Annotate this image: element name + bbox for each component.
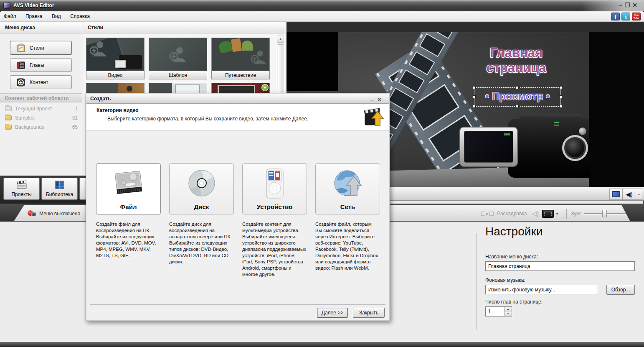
style-thumb-label: Видео xyxy=(86,71,144,79)
disc-menu-panel: Меню диска Стили Главы Контент Контент р… xyxy=(0,22,82,176)
style-thumb-partial[interactable] xyxy=(149,83,207,94)
audio-mix-icon[interactable]: ◁) xyxy=(532,210,539,217)
content-button-label: Контент xyxy=(30,79,48,85)
storyboard-label: Раскадровка xyxy=(497,211,527,217)
tab-projects-label: Проекты xyxy=(4,191,39,197)
fullscreen-button[interactable] xyxy=(609,189,623,200)
selection-handle[interactable] xyxy=(516,105,519,108)
title-bar: AVS Video Editor –❐✕ xyxy=(0,0,644,11)
category-card-file[interactable]: Файл xyxy=(96,163,161,214)
category-label: Диск xyxy=(170,203,233,210)
category-description-file: Создайте файл для воспроизведения на ПК.… xyxy=(96,221,160,259)
stepper-up-button[interactable]: ▲ xyxy=(505,307,512,311)
style-thumb-travel[interactable]: Путешествие xyxy=(211,38,270,79)
clapperboard-icon xyxy=(16,180,27,189)
category-card-device[interactable]: Устройство xyxy=(242,163,307,214)
download-badge-icon: ▾ xyxy=(261,84,269,91)
toolbar-divider xyxy=(566,209,567,219)
list-item-samples[interactable]: Samples 31 xyxy=(0,113,82,122)
maximize-button[interactable]: ❐ xyxy=(625,2,633,8)
menu-bar: Файл Правка Вид Справка f t YouTube xyxy=(0,12,644,22)
youtube-text-2: Tube xyxy=(634,17,639,19)
browse-button[interactable]: Обзор... xyxy=(606,285,635,295)
person-placeholder-icon xyxy=(169,46,188,65)
menu-view[interactable]: Вид xyxy=(48,12,65,19)
selection-handle[interactable] xyxy=(559,86,562,89)
styles-button-label: Стили xyxy=(30,45,44,51)
create-dialog: Создать –✕ Категории видео Выберите кате… xyxy=(86,93,390,321)
hard-drive-icon xyxy=(109,168,148,198)
style-thumb-template[interactable]: Шаблон xyxy=(149,38,207,79)
workspace-content-header: Контент рабочей области xyxy=(0,93,82,102)
selection-handle[interactable] xyxy=(473,86,476,89)
chapters-count-input[interactable] xyxy=(486,307,504,316)
camcorder-flash xyxy=(579,128,586,135)
category-description-network: Создайте файл, которым Вы сможете подели… xyxy=(315,221,379,271)
styles-button[interactable]: Стили xyxy=(10,41,72,55)
dialog-close-icon[interactable]: ✕ xyxy=(377,97,385,103)
selection-handle[interactable] xyxy=(516,86,519,89)
menu-edit[interactable]: Правка xyxy=(22,12,46,19)
tv-format-button[interactable] xyxy=(542,210,554,218)
style-thumb-partial[interactable]: ▾ xyxy=(211,83,270,94)
category-label: Файл xyxy=(96,203,160,210)
close-dialog-button[interactable]: Закрыть xyxy=(353,308,385,318)
chapters-button[interactable]: Главы xyxy=(10,58,72,72)
list-item-label: Текущий проект xyxy=(15,106,75,112)
content-button[interactable]: Контент xyxy=(10,75,72,89)
category-description-device: Создайте контент для мультимедиа-устройс… xyxy=(242,221,306,277)
clipboard-icon xyxy=(16,43,25,53)
person-placeholder-icon xyxy=(89,40,108,59)
tab-library-label: Библиотека xyxy=(42,191,77,197)
style-thumb-partial[interactable] xyxy=(86,83,145,94)
disc-menu-name-input[interactable] xyxy=(485,261,635,271)
dialog-minimize-button[interactable]: – xyxy=(371,97,377,103)
minimize-button[interactable]: – xyxy=(619,2,625,8)
category-label: Сеть xyxy=(316,203,380,210)
disc-menu-name-label: Название меню диска: xyxy=(485,254,538,260)
menu-file[interactable]: Файл xyxy=(0,12,20,19)
list-item-backgrounds[interactable]: Backgrounds 65 xyxy=(0,122,82,132)
selection-handle[interactable] xyxy=(473,105,476,108)
stepper-down-button[interactable]: ▼ xyxy=(505,311,512,316)
list-item-label: Backgrounds xyxy=(15,124,72,130)
settings-divider xyxy=(476,233,477,330)
style-thumb-label: Путешествие xyxy=(212,71,269,79)
background-music-input[interactable] xyxy=(485,285,598,294)
youtube-icon[interactable]: YouTube xyxy=(632,13,641,20)
volume-popup-button[interactable]: ▲ xyxy=(636,189,642,200)
chapters-per-page-label: Число глав на странице: xyxy=(485,299,543,305)
tab-library[interactable]: Библиотека xyxy=(41,178,78,200)
category-card-network[interactable]: Сеть xyxy=(315,163,380,214)
menu-help[interactable]: Справка xyxy=(66,12,94,19)
text-selection-box[interactable]: • Просмотр • xyxy=(474,87,561,107)
zoom-slider-thumb[interactable] xyxy=(602,210,607,217)
next-button[interactable]: Далее >> xyxy=(317,308,348,318)
twitter-icon[interactable]: t xyxy=(621,13,630,20)
youtube-text-1: You xyxy=(634,14,639,16)
category-card-disc[interactable]: Диск xyxy=(169,163,234,214)
facebook-icon[interactable]: f xyxy=(611,13,620,20)
volume-button[interactable]: ◀) xyxy=(623,189,636,200)
selection-handle[interactable] xyxy=(473,95,476,98)
mini-arrow-icon: ▶ xyxy=(486,212,489,216)
scroll-up-button[interactable]: ▲ xyxy=(277,36,284,43)
selection-handle[interactable] xyxy=(559,105,562,108)
item-count: 65 xyxy=(72,124,78,130)
tab-projects[interactable]: Проекты xyxy=(3,178,40,200)
menu-status-label: Меню выключено xyxy=(39,211,80,217)
zoom-slider[interactable] xyxy=(584,209,633,218)
menu-off-icon xyxy=(28,210,35,216)
style-thumb-art xyxy=(212,38,269,71)
camcorder-screen xyxy=(459,127,518,167)
fit-screen-icon[interactable] xyxy=(641,211,644,217)
category-label: Устройство xyxy=(243,203,307,210)
dialog-title: Создать xyxy=(90,96,111,102)
chapters-count-stepper[interactable]: ▲ ▼ xyxy=(485,306,512,316)
close-button[interactable]: ✕ xyxy=(632,2,640,8)
selection-handle[interactable] xyxy=(559,95,562,98)
list-item-current-project[interactable]: Текущий проект 1 xyxy=(0,104,82,113)
style-thumb-video[interactable]: Видео xyxy=(86,38,145,79)
disc-menu-title-text[interactable]: Главнаястраница xyxy=(462,46,570,76)
chevron-down-icon[interactable]: ▼ xyxy=(555,212,559,216)
